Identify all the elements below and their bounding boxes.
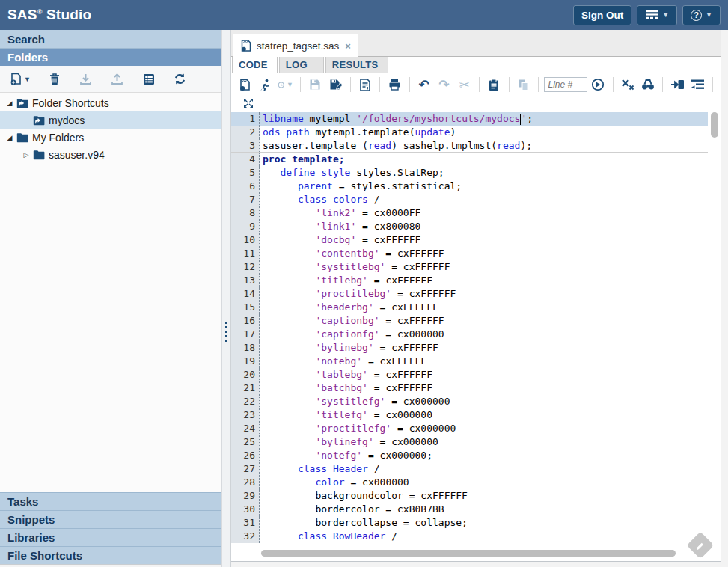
go-interactive-button[interactable] (668, 76, 687, 94)
copy-button[interactable] (514, 76, 533, 94)
tree-item-folder-shortcuts[interactable]: ◢Folder Shortcuts (0, 94, 221, 111)
line-number: 1 (231, 112, 260, 126)
line-number: 5 (231, 166, 260, 180)
tree-item-my-folders[interactable]: ◢My Folders (0, 129, 221, 146)
line-number: 22 (231, 395, 260, 408)
line-number: 14 (231, 287, 260, 301)
line-number: 15 (231, 301, 260, 314)
find-replace-button[interactable] (638, 76, 657, 94)
subtab-log[interactable]: LOG (279, 57, 324, 73)
line-number: 30 (231, 503, 260, 516)
accordion-search[interactable]: Search (0, 30, 221, 48)
goto-line-input[interactable] (544, 77, 587, 92)
pane-splitter[interactable] (221, 30, 231, 567)
code-line-6: 6 parent = styles.statistical; (231, 180, 708, 193)
expanded-caret-icon[interactable]: ◢ (4, 134, 15, 141)
more-menu-button[interactable]: ▼ (637, 5, 677, 25)
accordion-folders[interactable]: Folders (0, 48, 221, 66)
vertical-scrollbar[interactable] (711, 112, 718, 546)
tree-item-sasuser-v94[interactable]: ▷sasuser.v94 (0, 146, 221, 163)
code-line-11: 11 'contentbg' = cxFFFFFF (231, 247, 708, 260)
save-as-button[interactable] (326, 76, 345, 94)
tree-item-label: sasuser.v94 (49, 149, 105, 161)
work-area: statrep_tagset.sas × CODELOGRESULTS ▼ (231, 30, 721, 562)
close-tab-icon[interactable]: × (345, 40, 351, 52)
folders-toolbar: ▼ (0, 66, 221, 93)
code-editor[interactable]: 1libname mytempl '/folders/myshortcuts/m… (231, 111, 721, 561)
code-line-14: 14 'proctitlebg' = cxFFFFFF (231, 287, 708, 301)
sign-out-button[interactable]: Sign Out (573, 5, 631, 25)
maximize-view-button[interactable] (239, 94, 257, 112)
code-line-27: 27 class Header / (231, 462, 708, 476)
line-number: 13 (231, 274, 260, 287)
save-button[interactable] (306, 76, 325, 94)
tab-statrep-tagset[interactable]: statrep_tagset.sas × (233, 34, 358, 57)
horizontal-scrollbar[interactable] (261, 550, 676, 557)
code-line-25: 25 'bylinefg' = cx000000 (231, 435, 708, 449)
code-line-28: 28 color = cx000000 (231, 476, 708, 489)
line-number: 18 (231, 341, 260, 355)
code-line-22: 22 'systitlefg' = cx000000 (231, 395, 708, 408)
code-line-32: 32 class RowHeader / (231, 530, 708, 543)
splitter-handle-icon (225, 322, 228, 342)
line-number: 32 (231, 530, 260, 543)
delete-button[interactable] (45, 70, 64, 89)
format-code-button[interactable] (688, 76, 707, 94)
cut-button[interactable]: ✂ (455, 76, 474, 94)
new-item-button[interactable]: ▼ (7, 70, 33, 89)
code-line-23: 23 'titlefg' = cx000000 (231, 408, 708, 422)
folder-icon (33, 150, 45, 160)
tree-item-label: My Folders (32, 132, 84, 144)
view-subtabs: CODELOGRESULTS (231, 57, 721, 73)
code-line-1: 1libname mytempl '/folders/myshortcuts/m… (231, 112, 708, 126)
tree-item-label: Folder Shortcuts (32, 97, 109, 109)
redo-button[interactable]: ↷ (435, 76, 453, 94)
code-line-24: 24 'proctitlefg' = cx000000 (231, 422, 708, 435)
horizontal-scrollbar-thumb[interactable] (261, 550, 676, 557)
program-summary-button[interactable] (355, 76, 374, 94)
code-lines: 1libname mytempl '/folders/myshortcuts/m… (231, 112, 708, 543)
subtab-code[interactable]: CODE (232, 57, 278, 73)
vertical-scrollbar-thumb[interactable] (711, 112, 718, 138)
line-number: 26 (231, 449, 260, 462)
help-icon: ? (691, 10, 702, 21)
paste-button[interactable] (485, 76, 504, 94)
accordion-file-shortcuts[interactable]: File Shortcuts (0, 546, 221, 564)
accordion-snippets[interactable]: Snippets (0, 510, 221, 528)
code-line-31: 31 bordercollapse = collapse; (231, 516, 708, 530)
line-number: 11 (231, 247, 260, 260)
line-number: 27 (231, 462, 260, 476)
download-button[interactable] (76, 70, 96, 89)
goto-line-button[interactable] (589, 76, 608, 94)
expanded-caret-icon[interactable]: ◢ (4, 99, 15, 107)
accordion-libraries[interactable]: Libraries (0, 528, 221, 546)
folder-tree: ◢Folder Shortcutsmydocs◢My Folders▷sasus… (0, 93, 221, 163)
subtab-results[interactable]: RESULTS (325, 57, 388, 73)
help-menu-button[interactable]: ?▼ (682, 5, 721, 25)
line-number: 17 (231, 328, 260, 341)
collapsed-caret-icon[interactable]: ▷ (21, 151, 31, 159)
editor-toolbar: ▼ ↶ ↷ ✂ (231, 73, 721, 96)
new-program-button[interactable] (236, 76, 254, 94)
submission-history-button[interactable]: ▼ (276, 76, 295, 94)
properties-button[interactable] (139, 70, 159, 89)
run-button[interactable] (256, 76, 275, 94)
document-tabbar: statrep_tagset.sas × (231, 30, 721, 57)
line-number: 10 (231, 233, 260, 247)
code-line-8: 8 'link2' = cx0000FF (231, 206, 708, 220)
line-number: 20 (231, 368, 260, 381)
chevron-down-icon: ▼ (706, 11, 712, 19)
folder-shortcut-icon (16, 98, 28, 108)
accordion-tasks[interactable]: Tasks (0, 492, 221, 510)
line-number: 21 (231, 381, 260, 395)
line-number: 16 (231, 314, 260, 328)
print-button[interactable] (385, 76, 404, 94)
code-line-10: 10 'docbg' = cxFFFFFF (231, 233, 708, 247)
upload-button[interactable] (108, 70, 127, 89)
chevron-down-icon: ▼ (662, 11, 669, 19)
refresh-button[interactable] (171, 70, 190, 89)
undo-button[interactable]: ↶ (415, 76, 433, 94)
clear-code-button[interactable] (618, 76, 637, 94)
folder-shortcut-icon (33, 115, 45, 126)
tree-item-mydocs[interactable]: mydocs (0, 111, 221, 129)
